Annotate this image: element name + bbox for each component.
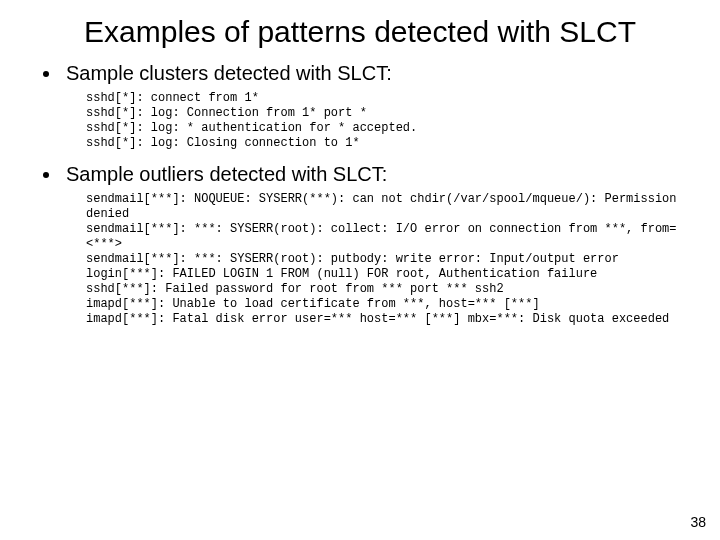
section-heading: Sample clusters detected with SLCT: [66,62,392,84]
section-clusters: Sample clusters detected with SLCT: [62,62,680,85]
outliers-code-block: sendmail[***]: NOQUEUE: SYSERR(***): can… [86,192,680,327]
slide-title: Examples of patterns detected with SLCT [40,14,680,50]
section-outliers: Sample outliers detected with SLCT: [62,163,680,186]
content-list: Sample clusters detected with SLCT: [40,62,680,85]
slide: Examples of patterns detected with SLCT … [0,0,720,540]
content-list-2: Sample outliers detected with SLCT: [40,163,680,186]
clusters-code-block: sshd[*]: connect from 1* sshd[*]: log: C… [86,91,680,151]
section-heading: Sample outliers detected with SLCT: [66,163,387,185]
page-number: 38 [690,514,706,530]
